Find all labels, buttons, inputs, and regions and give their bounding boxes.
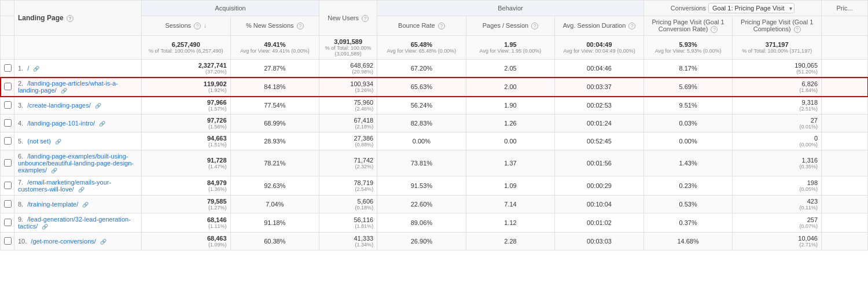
pct-new-sessions-header[interactable]: % New Sessions ? xyxy=(230,16,319,36)
row-checkbox[interactable] xyxy=(4,237,12,245)
pct-new-sessions-cell: 78.21% xyxy=(230,150,319,176)
pages-help-icon[interactable]: ? xyxy=(531,23,538,30)
row-checkbox[interactable] xyxy=(4,101,12,109)
external-link-icon[interactable]: 🔗 xyxy=(82,202,89,208)
sort-icon[interactable]: ↓ xyxy=(204,23,207,29)
totals-checkbox-cell xyxy=(1,36,14,60)
avg-duration-cell: 00:01:02 xyxy=(555,213,644,233)
conv-completions-label: Pricing Page Visit (Goal 1 Completions) xyxy=(741,19,813,32)
landing-page-help-icon[interactable]: ? xyxy=(67,15,73,22)
row-checkbox[interactable] xyxy=(4,83,12,90)
landing-page-link[interactable]: /landing-page-examples/built-using-unbou… xyxy=(18,153,134,174)
avg-duration-header[interactable]: Avg. Session Duration ? xyxy=(555,16,644,36)
landing-page-cell: 1. / 🔗 xyxy=(14,60,142,78)
pct-new-sessions-cell: 60.38% xyxy=(230,233,319,250)
external-link-icon[interactable]: 🔗 xyxy=(61,88,67,94)
duration-help-icon[interactable]: ? xyxy=(628,23,635,30)
conv-rate-cell: 0.03% xyxy=(643,115,733,132)
external-link-icon[interactable]: 🔗 xyxy=(78,187,84,193)
row-checkbox-cell[interactable] xyxy=(1,60,14,78)
totals-sessions: 6,257,490 % of Total: 100.00% (6,257,490… xyxy=(142,36,231,60)
bounce-rate-cell: 26.90% xyxy=(377,233,466,250)
row-checkbox[interactable] xyxy=(4,200,12,208)
landing-page-link[interactable]: / xyxy=(27,65,29,72)
row-number: 4. xyxy=(18,120,23,127)
bounce-rate-header[interactable]: Bounce Rate ? xyxy=(377,16,466,36)
landing-page-link[interactable]: /training-template/ xyxy=(27,201,78,208)
sessions-label: Sessions xyxy=(165,22,191,29)
row-checkbox-cell[interactable] xyxy=(1,78,14,97)
row-checkbox-cell[interactable] xyxy=(1,132,14,150)
row-checkbox-cell[interactable] xyxy=(1,233,14,250)
row-number: 7. xyxy=(18,179,23,186)
conv-rate-cell: 5.69% xyxy=(643,78,733,97)
conv-rate-cell: 14.68% xyxy=(643,233,733,250)
extra-cell xyxy=(822,233,868,250)
conv-rate-cell: 9.51% xyxy=(643,97,733,115)
row-number: 3. xyxy=(18,102,23,109)
extra-cell xyxy=(822,196,868,213)
row-checkbox[interactable] xyxy=(4,137,12,145)
pct-new-sessions-cell: 68.99% xyxy=(230,115,319,132)
conv-completions-header[interactable]: Pricing Page Visit (Goal 1 Completions) … xyxy=(733,16,822,36)
pages-session-header[interactable]: Pages / Session ? xyxy=(466,16,555,36)
landing-page-link[interactable]: /lead-generation/32-lead-generation-tact… xyxy=(18,216,131,230)
landing-page-cell: 3. /create-landing-pages/ 🔗 xyxy=(14,97,142,115)
landing-page-link[interactable]: /landing-page-articles/what-is-a-landing… xyxy=(18,80,118,94)
row-number: 5. xyxy=(18,138,23,145)
row-checkbox[interactable] xyxy=(4,159,12,167)
row-checkbox-cell[interactable] xyxy=(1,97,14,115)
goal-dropdown[interactable]: Goal 1: Pricing Page Visit xyxy=(708,3,795,13)
table-row: 5. (not set) 🔗 94,663 (1.51%) 28.93% 27,… xyxy=(1,132,868,150)
external-link-icon[interactable]: 🔗 xyxy=(55,139,61,145)
new-users-cell: 27,386 (0.88%) xyxy=(319,132,377,150)
row-checkbox[interactable] xyxy=(4,219,12,226)
row-checkbox-cell[interactable] xyxy=(1,115,14,132)
row-checkbox-cell[interactable] xyxy=(1,196,14,213)
row-checkbox-cell[interactable] xyxy=(1,176,14,196)
sessions-header[interactable]: Sessions ? ↓ xyxy=(142,16,231,36)
bounce-help-icon[interactable]: ? xyxy=(438,23,445,30)
external-link-icon[interactable]: 🔗 xyxy=(51,168,57,174)
totals-pct-new-value: 49.41% xyxy=(264,41,285,48)
sessions-cell: 2,327,741 (37.20%) xyxy=(142,60,231,78)
pct-new-sessions-label: % New Sessions xyxy=(246,22,294,29)
row-checkbox-cell[interactable] xyxy=(1,213,14,233)
conv-rate-help-icon[interactable]: ? xyxy=(711,26,718,33)
landing-page-link[interactable]: /landing-page-101-intro/ xyxy=(27,120,95,127)
extra-cell xyxy=(822,132,868,150)
conv-completions-help-icon[interactable]: ? xyxy=(794,26,801,33)
conv-completions-cell: 27 (0.01%) xyxy=(733,115,822,132)
conv-rate-cell: 0.23% xyxy=(643,176,733,196)
row-checkbox[interactable] xyxy=(4,64,12,72)
goal-dropdown-wrapper[interactable]: Goal 1: Pricing Page Visit xyxy=(708,3,795,13)
checkbox-spacer xyxy=(1,16,14,36)
landing-page-cell: 9. /lead-generation/32-lead-generation-t… xyxy=(14,213,142,233)
external-link-icon[interactable]: 🔗 xyxy=(42,224,48,230)
landing-page-link[interactable]: /get-more-conversions/ xyxy=(31,238,96,245)
row-checkbox[interactable] xyxy=(4,119,12,127)
pct-new-help-icon[interactable]: ? xyxy=(297,23,304,30)
landing-page-link[interactable]: /email-marketing/emails-your-customers-w… xyxy=(18,179,111,193)
conv-rate-header[interactable]: Pricing Page Visit (Goal 1 Conversion Ra… xyxy=(643,16,733,36)
conv-completions-cell: 198 (0.05%) xyxy=(733,176,822,196)
totals-duration: 00:04:49 Avg for View: 00:04:49 (0.00%) xyxy=(555,36,644,60)
totals-bounce: 65.48% Avg for View: 65.48% (0.00%) xyxy=(377,36,466,60)
external-link-icon[interactable]: 🔗 xyxy=(33,66,39,72)
sessions-cell: 68,146 (1.11%) xyxy=(142,213,231,233)
sessions-help-icon[interactable]: ? xyxy=(194,23,201,30)
row-checkbox-cell[interactable] xyxy=(1,150,14,176)
landing-page-link[interactable]: (not set) xyxy=(27,138,50,145)
landing-page-link[interactable]: /create-landing-pages/ xyxy=(27,102,90,109)
sessions-cell: 91,728 (1.47%) xyxy=(142,150,231,176)
pages-session-cell: 0.00 xyxy=(466,132,555,150)
row-checkbox[interactable] xyxy=(4,182,12,189)
external-link-icon[interactable]: 🔗 xyxy=(99,121,105,127)
external-link-icon[interactable]: 🔗 xyxy=(100,239,106,245)
bounce-rate-cell: 56.24% xyxy=(377,97,466,115)
totals-sessions-value: 6,257,490 xyxy=(172,41,200,48)
new-users-help-icon[interactable]: ? xyxy=(362,15,369,22)
conv-completions-cell: 1,316 (0.35%) xyxy=(733,150,822,176)
external-link-icon[interactable]: 🔗 xyxy=(95,103,101,109)
new-users-cell: 648,692 (20.98%) xyxy=(319,60,377,78)
